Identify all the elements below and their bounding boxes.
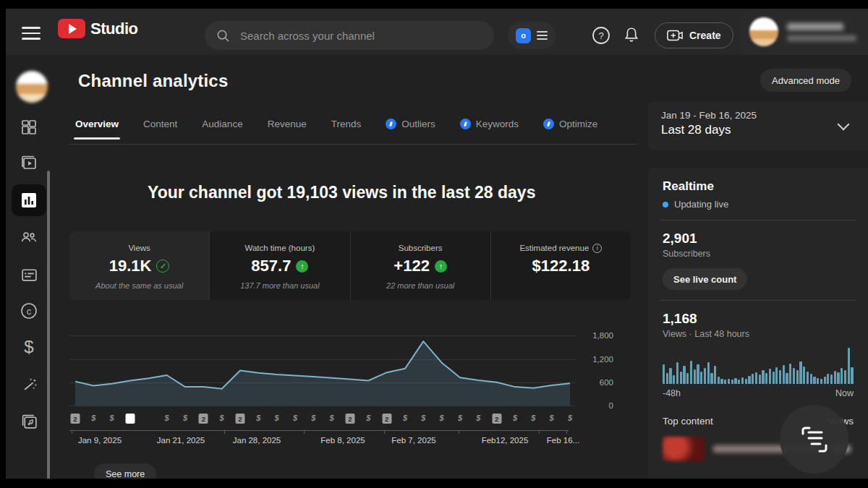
create-video-icon [667,30,683,41]
tab-content[interactable]: Content [143,119,177,140]
chart-marker[interactable]: $ [165,414,169,422]
check-circle-icon: ✓ [156,260,169,273]
sidebar-item-content[interactable] [14,149,43,178]
chart-marker[interactable]: $ [568,414,572,422]
chart-marker[interactable]: $ [403,414,407,422]
bell-icon [622,26,641,45]
sidebar-item-audio-library[interactable] [14,407,43,436]
chart-marker[interactable]: 2 [236,414,245,424]
chart-marker[interactable]: $ [421,414,425,422]
live-dot-icon [663,202,668,207]
chart-marker[interactable]: $ [440,414,444,422]
chart-marker[interactable]: $ [275,414,279,422]
see-more-button[interactable]: See more [94,463,156,479]
sidebar-item-community[interactable] [14,223,43,252]
chart-marker[interactable]: $ [183,414,187,422]
sidebar-item-subtitles[interactable] [14,260,43,289]
chart-marker[interactable]: $ [256,414,260,422]
x-axis-labels: Jan 9, 2025Jan 21, 2025Jan 28, 2025Feb 8… [69,436,576,448]
youtube-studio-logo[interactable]: Studio [58,19,137,38]
logo-text: Studio [90,20,137,38]
subscribers-note: 22 more than usual [351,281,490,290]
keywords-icon [460,119,471,129]
chart-marker[interactable]: $ [311,414,315,422]
chart-marker[interactable]: $ [91,414,95,422]
sidebar-scrollbar[interactable] [47,171,50,479]
account-card[interactable] [741,9,868,55]
ytick-600: 600 [600,378,613,387]
tab-keywords[interactable]: Keywords [460,119,519,140]
chart-marker[interactable]: 2 [492,414,501,424]
svg-text:c: c [27,306,32,317]
date-range-selector[interactable]: Jan 19 - Feb 16, 2025 Last 28 days [648,101,868,150]
metric-card-views[interactable]: Views 19.1K✓ About the same as usual [69,231,210,300]
sidebar-item-earn[interactable]: $ [14,333,43,361]
up-arrow-icon: ↑ [296,260,308,273]
scan-icon [796,421,833,458]
menu-icon[interactable] [22,23,41,40]
analytics-icon [20,191,38,210]
metric-card-subscribers[interactable]: Subscribers +122↑ 22 more than usual [351,231,491,300]
search-placeholder: Search across your channel [240,30,375,42]
watch-time-note: 137.7 more than usual [210,281,349,290]
search-input[interactable]: Search across your channel [205,21,494,50]
chart-marker[interactable]: $ [110,414,114,422]
chart-marker[interactable]: $ [458,414,462,422]
chart-marker[interactable]: $ [550,414,554,422]
x-tick-label: Feb 16... [547,436,579,445]
chart-marker[interactable]: 2 [199,414,208,424]
metric-card-revenue[interactable]: Estimated revenuei $122.18 [491,231,631,300]
sidebar-item-dashboard[interactable] [14,113,43,142]
tab-audience[interactable]: Audiance [202,119,242,140]
chart-marker[interactable]: 2 [71,414,80,424]
chart-marker[interactable]: $ [476,414,480,422]
views-chart[interactable] [69,325,576,417]
top-bar: Studio Search across your channel o ? Cr… [6,9,868,55]
video-publish-markers[interactable]: 2$$$$2$2$$$$$2$2$$$$$2$$$$ [69,414,576,427]
youtube-play-icon [58,19,85,38]
chart-marker[interactable]: $ [513,414,517,422]
sidebar-item-customization[interactable] [14,370,43,399]
subscribers-label: Subscribers [399,244,443,252]
tab-outliers[interactable]: Outliers [386,119,435,140]
see-live-count-button[interactable]: See live count [663,268,747,290]
info-icon[interactable]: i [592,244,602,253]
chart-marker[interactable]: $ [531,414,535,422]
tab-optimize[interactable]: Optimize [543,119,597,140]
chart-marker[interactable] [126,414,135,424]
realtime-title: Realtime [663,179,854,194]
tab-overview[interactable]: Overview [75,119,119,140]
metric-card-watch-time[interactable]: Watch time (hours) 857.7↑ 137.7 more tha… [210,231,350,300]
tab-revenue[interactable]: Revenue [268,119,307,140]
top-content-label: Top content [663,416,713,427]
chart-marker[interactable]: $ [220,414,224,422]
notifications-button[interactable] [622,26,641,45]
sidebar-item-analytics[interactable] [12,184,46,216]
channel-avatar[interactable] [16,71,48,103]
dashboard-icon [20,119,38,136]
y-axis-labels: 1,800 1,200 600 0 [582,325,618,417]
create-button[interactable]: Create [655,22,733,48]
help-button[interactable]: ? [592,26,610,45]
screenshot-tool-button[interactable] [780,405,848,474]
area-chart-svg [69,325,576,417]
chart-marker[interactable]: 2 [346,414,355,424]
advanced-mode-button[interactable]: Advanced mode [760,69,851,92]
extension-menu-icon [537,29,548,42]
ytick-0: 0 [609,401,613,410]
video-thumbnail [663,437,705,461]
help-icon: ? [592,26,610,45]
search-icon [216,29,230,43]
extension-pill[interactable]: o [508,22,556,49]
sidebar-item-copyright[interactable]: c [14,296,43,325]
spark-axis-left: -48h [663,388,681,398]
views-label: Views [128,244,150,252]
tab-trends[interactable]: Trends [331,119,362,140]
realtime-bar-chart[interactable] [663,348,854,384]
analytics-tabs: Overview Content Audiance Revenue Trends… [75,119,597,140]
chart-marker[interactable]: $ [366,414,370,422]
chart-marker[interactable]: $ [293,414,297,422]
date-range-text: Jan 19 - Feb 16, 2025 [661,110,855,121]
chart-marker[interactable]: $ [330,414,334,422]
chart-marker[interactable]: 2 [382,414,391,424]
